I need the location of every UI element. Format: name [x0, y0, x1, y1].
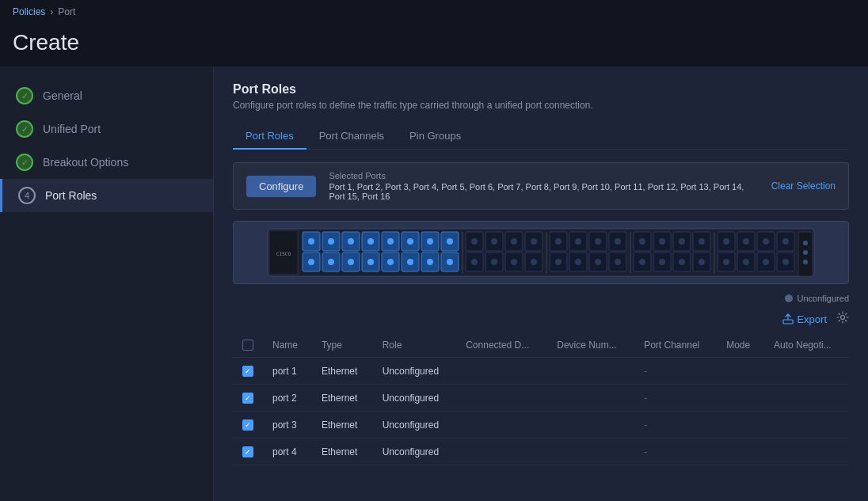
- cell-mode-1: [717, 385, 764, 412]
- sidebar-item-unified-port[interactable]: ✓ Unified Port: [0, 112, 213, 146]
- col-header-name: Name: [263, 333, 312, 358]
- main-layout: ✓ General ✓ Unified Port ✓ Breakout Opti…: [0, 66, 868, 501]
- svg-point-83: [699, 238, 705, 245]
- cell-role-0: Unconfigured: [373, 358, 457, 385]
- sidebar-item-breakout-options[interactable]: ✓ Breakout Options: [0, 146, 213, 179]
- selected-ports-label: Selected Ports: [329, 171, 758, 180]
- svg-point-24: [407, 238, 413, 245]
- breadcrumb-separator: ›: [50, 6, 53, 17]
- svg-rect-107: [783, 320, 793, 324]
- svg-point-49: [531, 238, 537, 245]
- tab-port-channels[interactable]: Port Channels: [306, 123, 397, 150]
- row-checkbox-2[interactable]: [242, 419, 253, 431]
- cell-connected-1: [456, 385, 547, 412]
- tab-pin-groups[interactable]: Pin Groups: [397, 123, 474, 150]
- cell-role-1: Unconfigured: [373, 385, 457, 412]
- selected-ports-value: Port 1, Port 2, Port 3, Port 4, Port 5, …: [329, 182, 758, 201]
- svg-point-41: [491, 238, 497, 245]
- breadcrumb-policies[interactable]: Policies: [13, 6, 45, 17]
- col-header-device-num: Device Num...: [547, 333, 634, 358]
- step-icon-breakout-options: ✓: [16, 154, 33, 171]
- svg-point-104: [803, 241, 808, 245]
- cell-port-channel-0: -: [634, 358, 717, 385]
- tab-port-roles[interactable]: Port Roles: [233, 123, 306, 150]
- cell-device-num-0: [547, 358, 634, 385]
- sidebar-label-unified-port: Unified Port: [43, 123, 101, 135]
- svg-point-88: [723, 238, 729, 245]
- configure-bar: Configure Selected Ports Port 1, Port 2,…: [233, 162, 849, 210]
- breadcrumb-port: Port: [58, 6, 75, 17]
- svg-point-30: [427, 259, 433, 265]
- svg-point-10: [328, 259, 334, 265]
- sidebar-item-port-roles[interactable]: 4 Port Roles: [0, 179, 213, 212]
- svg-point-6: [308, 259, 314, 265]
- cell-port-channel-3: -: [634, 438, 717, 465]
- svg-point-100: [782, 238, 789, 245]
- table-toolbar: Export: [233, 311, 849, 327]
- sidebar-item-general[interactable]: ✓ General: [0, 79, 213, 112]
- svg-point-60: [575, 259, 581, 265]
- port-diagram-svg: CISCO // Rendered as static SVG below: [240, 226, 842, 279]
- col-header-role: Role: [373, 333, 457, 358]
- svg-point-71: [639, 238, 645, 245]
- settings-icon: [836, 311, 849, 324]
- svg-point-37: [471, 238, 478, 245]
- svg-point-96: [763, 238, 769, 245]
- settings-button[interactable]: [836, 311, 849, 327]
- clear-selection-link[interactable]: Clear Selection: [771, 180, 836, 192]
- cell-type-3: Ethernet: [312, 438, 373, 465]
- cell-connected-0: [456, 358, 547, 385]
- table-row: port 2 Ethernet Unconfigured -: [233, 385, 849, 412]
- sidebar: ✓ General ✓ Unified Port ✓ Breakout Opti…: [0, 66, 214, 501]
- row-checkbox-3[interactable]: [242, 446, 253, 457]
- breadcrumb: Policies › Port: [0, 0, 868, 24]
- data-table: Name Type Role Connected D... Device Num…: [233, 333, 849, 465]
- svg-point-8: [328, 238, 334, 245]
- table-row: port 1 Ethernet Unconfigured -: [233, 358, 849, 385]
- svg-point-64: [595, 259, 601, 265]
- svg-point-47: [511, 259, 517, 265]
- svg-point-28: [427, 238, 433, 245]
- section-title: Port Roles: [233, 82, 849, 97]
- cell-name-3: port 4: [263, 438, 312, 465]
- row-checkbox-1[interactable]: [242, 393, 253, 404]
- svg-point-34: [447, 259, 453, 265]
- cell-role-3: Unconfigured: [373, 438, 457, 465]
- svg-point-51: [531, 259, 537, 265]
- cell-role-2: Unconfigured: [373, 412, 457, 438]
- svg-point-56: [555, 259, 562, 265]
- svg-point-4: [308, 238, 314, 245]
- cell-connected-2: [456, 412, 547, 438]
- cell-auto-neg-2: [764, 412, 849, 438]
- svg-point-79: [679, 238, 685, 245]
- svg-point-105: [803, 250, 808, 255]
- svg-point-106: [803, 260, 808, 264]
- cell-mode-0: [717, 358, 764, 385]
- svg-point-58: [575, 238, 581, 245]
- step-icon-unified-port: ✓: [16, 120, 33, 138]
- svg-point-73: [639, 259, 645, 265]
- port-diagram: CISCO // Rendered as static SVG below: [233, 221, 849, 284]
- svg-point-20: [387, 238, 394, 245]
- svg-point-98: [763, 259, 769, 265]
- svg-point-14: [348, 259, 354, 265]
- svg-point-92: [743, 238, 749, 245]
- svg-point-12: [348, 238, 354, 245]
- cell-type-0: Ethernet: [312, 358, 373, 385]
- export-button[interactable]: Export: [782, 313, 827, 325]
- content-area: Port Roles Configure port roles to defin…: [214, 66, 868, 501]
- step-icon-general: ✓: [16, 87, 33, 104]
- configure-button[interactable]: Configure: [246, 176, 316, 197]
- table-select-all-checkbox[interactable]: [242, 340, 253, 351]
- svg-point-77: [659, 259, 665, 265]
- cell-type-1: Ethernet: [312, 385, 373, 412]
- svg-point-90: [723, 259, 729, 265]
- sidebar-label-breakout-options: Breakout Options: [43, 156, 128, 169]
- row-checkbox-0[interactable]: [242, 366, 253, 377]
- svg-text:CISCO: CISCO: [276, 251, 291, 256]
- export-label: Export: [797, 313, 827, 325]
- cell-auto-neg-3: [764, 438, 849, 465]
- col-header-port-channel: Port Channel: [634, 333, 717, 358]
- step-icon-port-roles: 4: [18, 187, 36, 204]
- page-title: Create: [13, 30, 855, 55]
